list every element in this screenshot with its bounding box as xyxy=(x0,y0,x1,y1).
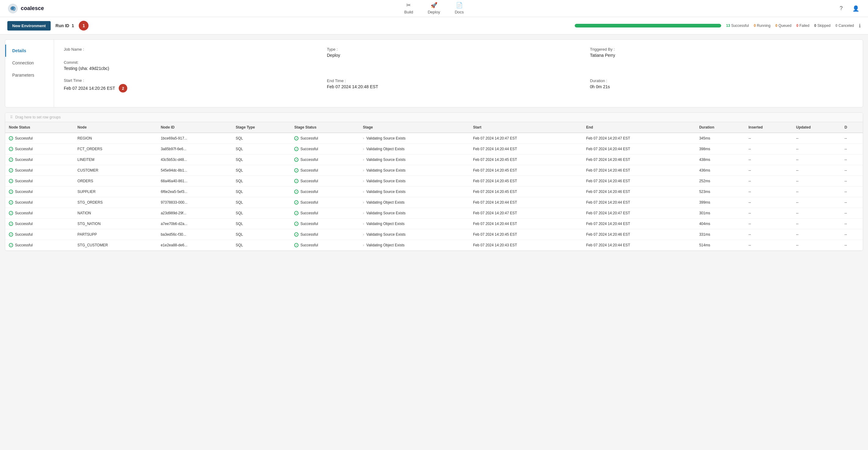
table-row[interactable]: Successful FCT_ORDERS 3a85b97f-6e6... SQ… xyxy=(5,144,863,154)
info-button[interactable]: ℹ xyxy=(859,23,861,29)
cell-updated: -- xyxy=(792,218,841,229)
cell-node: SUPPLIER xyxy=(74,186,157,197)
cell-node-id: a7ee70b6-d2a... xyxy=(157,218,232,229)
deploy-icon: 🚀 xyxy=(431,2,437,8)
stat-canceled-label: Canceled xyxy=(838,24,854,28)
cell-stage: › Validating Source Exists xyxy=(359,186,469,197)
cell-inserted: -- xyxy=(745,154,793,165)
cell-end: Feb 07 2024 14:20:46 EST xyxy=(582,165,695,176)
drag-row-hint: ⠿ Drag here to set row groups xyxy=(5,113,863,122)
table-row[interactable]: Successful ORDERS 68a46a40-861... SQL Su… xyxy=(5,176,863,186)
detail-col-2: Type : Deploy End Time : Feb 07 2024 14:… xyxy=(327,47,590,100)
cell-node-id: 545e94dc-8b1... xyxy=(157,165,232,176)
nav-center: ✂ Build 🚀 Deploy 📄 Docs xyxy=(404,0,464,18)
logo-area: coalesce xyxy=(7,3,44,14)
stat-queued: 0 Queued xyxy=(775,24,792,28)
cell-d: -- xyxy=(841,154,863,165)
status-dot-icon xyxy=(9,243,13,247)
nav-docs-label: Docs xyxy=(455,10,464,14)
table-row[interactable]: Successful REGION 1bce69a5-917... SQL Su… xyxy=(5,133,863,144)
detail-col-1: Job Name : Commit: Testing (sha: 49d21cb… xyxy=(64,47,327,100)
cell-inserted: -- xyxy=(745,176,793,186)
new-environment-button[interactable]: New Environment xyxy=(7,21,51,31)
table-row[interactable]: Successful STG_ORDERS 97378833-000... SQ… xyxy=(5,197,863,208)
col-stage-status[interactable]: Stage Status xyxy=(290,122,359,133)
table-wrap[interactable]: Node Status Node Node ID Stage Type Stag… xyxy=(5,122,863,251)
top-nav: coalesce ✂ Build 🚀 Deploy 📄 Docs ? 👤 xyxy=(0,0,868,17)
coalesce-logo-icon xyxy=(7,3,18,14)
cell-stage-status: Successful xyxy=(290,133,359,144)
data-table: Node Status Node Node ID Stage Type Stag… xyxy=(5,122,863,251)
col-end[interactable]: End xyxy=(582,122,695,133)
col-node-status[interactable]: Node Status xyxy=(5,122,74,133)
nav-build-label: Build xyxy=(404,10,413,14)
nav-build[interactable]: ✂ Build xyxy=(404,0,413,18)
cell-node: FCT_ORDERS xyxy=(74,144,157,154)
table-row[interactable]: Successful SUPPLIER 6f6e2ea5-5ef3... SQL… xyxy=(5,186,863,197)
cell-duration: 514ms xyxy=(695,240,745,251)
col-duration[interactable]: Duration xyxy=(695,122,745,133)
cell-node-id: 6f6e2ea5-5ef3... xyxy=(157,186,232,197)
table-header-row: Node Status Node Node ID Stage Type Stag… xyxy=(5,122,863,133)
col-node-id[interactable]: Node ID xyxy=(157,122,232,133)
nav-deploy-label: Deploy xyxy=(428,10,440,14)
table-row[interactable]: Successful STG_NATION a7ee70b6-d2a... SQ… xyxy=(5,218,863,229)
cell-stage-status: Successful xyxy=(290,208,359,218)
cell-node-id: 43c5b53c-d48... xyxy=(157,154,232,165)
cell-inserted: -- xyxy=(745,165,793,176)
nav-deploy[interactable]: 🚀 Deploy xyxy=(428,0,440,18)
col-start[interactable]: Start xyxy=(469,122,582,133)
cell-node: LINEITEM xyxy=(74,154,157,165)
duration-label: Duration : xyxy=(590,79,853,83)
table-row[interactable]: Successful CUSTOMER 545e94dc-8b1... SQL … xyxy=(5,165,863,176)
nav-docs[interactable]: 📄 Docs xyxy=(455,0,464,18)
stage-status-dot-icon xyxy=(294,136,299,141)
commit-value: Testing (sha: 49d21cbc) xyxy=(64,66,327,71)
cell-updated: -- xyxy=(792,144,841,154)
sidebar-item-connection[interactable]: Connection xyxy=(5,57,54,69)
cell-node-status: Successful xyxy=(5,176,74,186)
col-inserted[interactable]: Inserted xyxy=(745,122,793,133)
sidebar-item-parameters[interactable]: Parameters xyxy=(5,69,54,81)
stage-arrow-icon: › xyxy=(363,232,364,237)
col-node[interactable]: Node xyxy=(74,122,157,133)
cell-inserted: -- xyxy=(745,133,793,144)
cell-node-id: 3a85b97f-6e6... xyxy=(157,144,232,154)
help-button[interactable]: ? xyxy=(836,4,846,13)
table-row[interactable]: Successful STG_CUSTOMER e1e2ea88-de6... … xyxy=(5,240,863,251)
cell-duration: 436ms xyxy=(695,165,745,176)
table-row[interactable]: Successful LINEITEM 43c5b53c-d48... SQL … xyxy=(5,154,863,165)
col-updated[interactable]: Updated xyxy=(792,122,841,133)
stage-arrow-icon: › xyxy=(363,200,364,205)
cell-end: Feb 07 2024 14:20:47 EST xyxy=(582,208,695,218)
user-button[interactable]: 👤 xyxy=(851,4,861,13)
stage-status-dot-icon xyxy=(294,157,299,162)
step-badge-2: 2 xyxy=(119,84,127,92)
cell-duration: 331ms xyxy=(695,229,745,240)
cell-stage-type: SQL xyxy=(232,197,290,208)
cell-end: Feb 07 2024 14:20:46 EST xyxy=(582,229,695,240)
cell-stage-type: SQL xyxy=(232,154,290,165)
stage-arrow-icon: › xyxy=(363,168,364,173)
cell-duration: 301ms xyxy=(695,208,745,218)
run-id-label: Run ID xyxy=(56,23,69,28)
cell-stage: › Validating Source Exists xyxy=(359,229,469,240)
stage-arrow-icon: › xyxy=(363,211,364,215)
col-stage[interactable]: Stage xyxy=(359,122,469,133)
cell-d: -- xyxy=(841,144,863,154)
table-row[interactable]: Successful NATION a23d989d-29f... SQL Su… xyxy=(5,208,863,218)
table-row[interactable]: Successful PARTSUPP ba3ed56c-f30... SQL … xyxy=(5,229,863,240)
cell-start: Feb 07 2024 14:20:43 EST xyxy=(469,240,582,251)
sidebar-item-details[interactable]: Details xyxy=(5,44,54,57)
cell-stage: › Validating Object Exists xyxy=(359,240,469,251)
cell-end: Feb 07 2024 14:20:47 EST xyxy=(582,133,695,144)
end-time-label: End Time : xyxy=(327,79,590,83)
cell-node-status: Successful xyxy=(5,165,74,176)
col-stage-type[interactable]: Stage Type xyxy=(232,122,290,133)
status-dot-icon xyxy=(9,189,13,194)
col-d[interactable]: D xyxy=(841,122,863,133)
stage-arrow-icon: › xyxy=(363,222,364,226)
subheader: New Environment Run ID 1 1 13 Successful… xyxy=(0,17,868,34)
progress-bar xyxy=(575,24,721,28)
cell-node-id: e1e2ea88-de6... xyxy=(157,240,232,251)
